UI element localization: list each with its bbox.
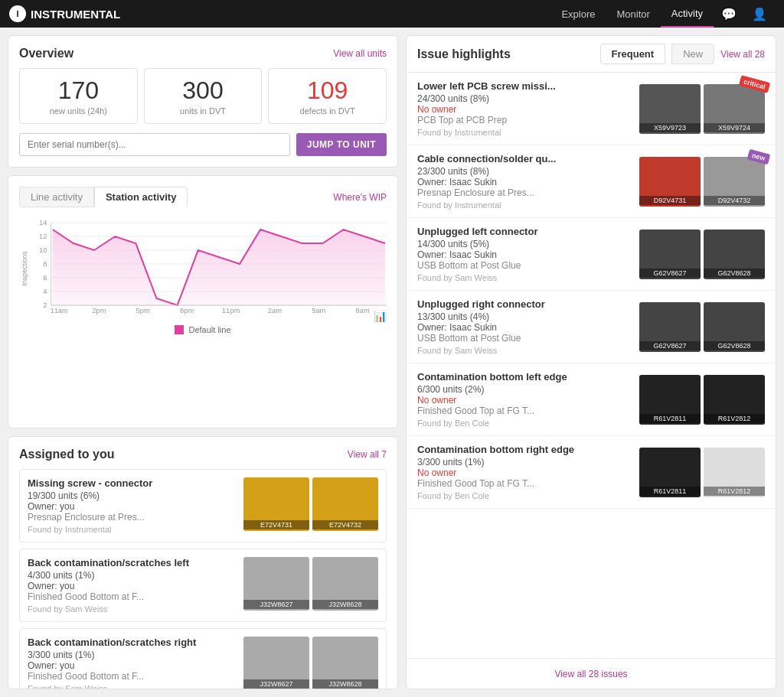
serial-input[interactable] — [19, 133, 290, 156]
nav-monitor[interactable]: Monitor — [606, 0, 660, 28]
main-layout: Overview View all units 170 new units (2… — [0, 28, 784, 697]
svg-text:2am: 2am — [268, 307, 283, 314]
highlight-issue-4-title: Contamination bottom left edge — [417, 371, 632, 383]
highlight-issue-3-found: Found by Sam Weiss — [417, 346, 632, 355]
stat-new-units-number: 170 — [28, 77, 129, 105]
logo-icon: I — [9, 5, 26, 22]
navigation: I INSTRUMENTAL Explore Monitor Activity … — [0, 0, 784, 28]
assigned-issue-1-info: Back contamination/scratches left 4/300 … — [28, 557, 237, 614]
highlight-thumb-5-1-label: R61V2811 — [639, 487, 701, 496]
tab-station-activity[interactable]: Station activity — [94, 187, 188, 207]
highlight-thumb-3-2: G62V8628 — [704, 302, 765, 352]
highlight-issue-3-units: 13/300 units (4%) — [417, 311, 632, 322]
left-panel: Overview View all units 170 new units (2… — [8, 35, 398, 689]
issue-highlights-header: Issue highlights Frequent New View all 2… — [407, 36, 776, 73]
highlight-issue-5-thumbs: R61V2811 R61V2812 — [639, 444, 765, 500]
assigned-issue-1-station: Finished Good Bottom at F... — [28, 591, 237, 602]
jump-to-unit-button[interactable]: JUMP TO UNIT — [296, 133, 387, 156]
stat-dvt-units-number: 300 — [152, 77, 254, 105]
highlight-issue-5-info: Contamination bottom right edge 3/300 un… — [417, 444, 632, 500]
assigned-thumb-0-2: E72V4732 — [312, 477, 378, 531]
assigned-issue-1[interactable]: Back contamination/scratches left 4/300 … — [19, 549, 387, 622]
logo: I INSTRUMENTAL — [9, 5, 120, 22]
highlight-issue-4[interactable]: Contamination bottom left edge 6/300 uni… — [407, 363, 776, 436]
highlight-issue-4-owner: No owner — [417, 395, 632, 405]
nav-explore[interactable]: Explore — [550, 0, 606, 28]
highlight-thumb-1-2: D92V4732 — [704, 157, 765, 207]
assigned-card: Assigned to you View all 7 Missing screw… — [8, 436, 398, 689]
highlight-issue-0-thumbs: X59V9723 X59V9724 — [639, 80, 765, 137]
highlight-thumb-4-1: R61V2811 — [639, 375, 701, 425]
user-icon[interactable]: 👤 — [744, 7, 775, 21]
view-all-assigned-link[interactable]: View all 7 — [348, 449, 387, 460]
assigned-header: Assigned to you View all 7 — [19, 448, 387, 461]
view-all-issues-footer-link[interactable]: View all 28 issues — [554, 669, 627, 679]
highlight-issue-0[interactable]: Lower left PCB screw missi... 24/300 uni… — [407, 73, 776, 145]
serial-row: JUMP TO UNIT — [19, 133, 387, 156]
issue-highlights-card: Issue highlights Frequent New View all 2… — [406, 35, 776, 689]
assigned-thumb-2-1: J32W8627 — [243, 637, 309, 689]
highlight-thumb-5-2: R61V2812 — [704, 448, 765, 497]
highlight-issue-3-info: Unplugged right connector 13/300 units (… — [417, 298, 632, 355]
highlight-issue-0-station: PCB Top at PCB Prep — [417, 115, 632, 125]
highlight-thumb-2-1-label: G62V8627 — [639, 269, 701, 278]
highlight-issue-4-info: Contamination bottom left edge 6/300 uni… — [417, 371, 632, 428]
highlight-issue-5-found: Found by Ben Cole — [417, 491, 632, 500]
highlight-issue-5-station: Finished Good Top at FG T... — [417, 478, 632, 489]
where-wip-link[interactable]: Where's WIP — [333, 192, 387, 203]
assigned-thumb-2-2: J32W8628 — [312, 637, 378, 689]
assigned-thumb-0-1-label: E72V4731 — [243, 520, 309, 529]
highlight-issue-2[interactable]: Unplugged left connector 14/300 units (5… — [407, 218, 776, 291]
stat-dvt-units: 300 units in DVT — [144, 68, 263, 124]
nav-activity[interactable]: Activity — [661, 0, 714, 28]
activity-header: Line activity Station activity Where's W… — [19, 187, 387, 207]
assigned-thumb-1-2: J32W8628 — [312, 557, 378, 611]
svg-text:14: 14 — [39, 219, 47, 226]
stats-row: 170 new units (24h) 300 units in DVT 109… — [19, 68, 387, 124]
svg-text:2pm: 2pm — [92, 307, 106, 314]
highlight-issue-0-found: Found by Instrumental — [417, 128, 632, 137]
view-all-highlights-link[interactable]: View all 28 — [720, 49, 765, 60]
assigned-issue-1-units: 4/300 units (1%) — [28, 570, 237, 581]
view-all-units-link[interactable]: View all units — [333, 48, 387, 59]
highlight-issue-2-title: Unplugged left connector — [417, 226, 632, 237]
assigned-issue-0-units: 19/300 units (6%) — [28, 490, 237, 501]
assigned-thumb-0-1: E72V4731 — [243, 477, 309, 531]
assigned-thumb-1-1-label: J32W8627 — [243, 600, 309, 609]
assigned-issue-1-found: Found by Sam Weiss — [28, 604, 237, 614]
issue-highlights-list: Lower left PCB screw missi... 24/300 uni… — [407, 73, 776, 658]
tab-frequent[interactable]: Frequent — [600, 44, 666, 64]
logo-text: INSTRUMENTAL — [31, 8, 120, 21]
tab-new[interactable]: New — [671, 44, 714, 64]
highlight-issue-2-station: USB Bottom at Post Glue — [417, 260, 632, 271]
chat-icon[interactable]: 💬 — [714, 7, 744, 21]
highlight-thumb-1-1-label: D92V4731 — [639, 196, 701, 205]
highlight-thumb-4-2-label: R61V2812 — [704, 414, 765, 423]
svg-marker-22 — [53, 230, 385, 305]
assigned-issue-2-station: Finished Good Bottom at F... — [28, 671, 237, 682]
assigned-issue-0-found: Found by Instrumental — [28, 525, 237, 534]
highlight-issue-1[interactable]: Cable connection/solder qu... 23/300 uni… — [407, 145, 776, 218]
assigned-thumb-2-2-label: J32W8628 — [312, 679, 378, 689]
assigned-issue-1-thumbs: J32W8627 J32W8628 — [243, 557, 378, 614]
highlight-issue-5[interactable]: Contamination bottom right edge 3/300 un… — [407, 436, 776, 509]
assigned-issue-0-title: Missing screw - connector — [28, 477, 237, 489]
assigned-issue-0[interactable]: Missing screw - connector 19/300 units (… — [19, 469, 387, 542]
highlight-issue-2-info: Unplugged left connector 14/300 units (5… — [417, 226, 632, 282]
issue-highlights-title: Issue highlights — [417, 47, 594, 61]
overview-card: Overview View all units 170 new units (2… — [8, 35, 398, 168]
chart-area: 14 12 10 8 6 4 2 11am 2pm 5pm 8pm 11pm 2… — [19, 215, 387, 322]
stat-defects-number: 109 — [276, 77, 378, 105]
highlight-issue-3[interactable]: Unplugged right connector 13/300 units (… — [407, 291, 776, 363]
overview-header: Overview View all units — [19, 47, 387, 60]
svg-text:11pm: 11pm — [222, 307, 240, 314]
assigned-issue-2[interactable]: Back contamination/scratches right 3/300… — [19, 628, 387, 689]
tab-line-activity[interactable]: Line activity — [19, 187, 94, 207]
assigned-issue-2-title: Back contamination/scratches right — [28, 637, 237, 648]
assigned-issue-0-station: Presnap Enclosure at Pres... — [28, 512, 237, 523]
highlight-thumb-2-2: G62V8628 — [704, 230, 765, 279]
highlight-issue-5-units: 3/300 units (1%) — [417, 457, 632, 467]
chart-export-icon[interactable]: 📊 — [374, 310, 387, 322]
assigned-issue-2-owner: Owner: you — [28, 660, 237, 671]
highlight-thumb-0-2: X59V9724 — [704, 84, 765, 134]
